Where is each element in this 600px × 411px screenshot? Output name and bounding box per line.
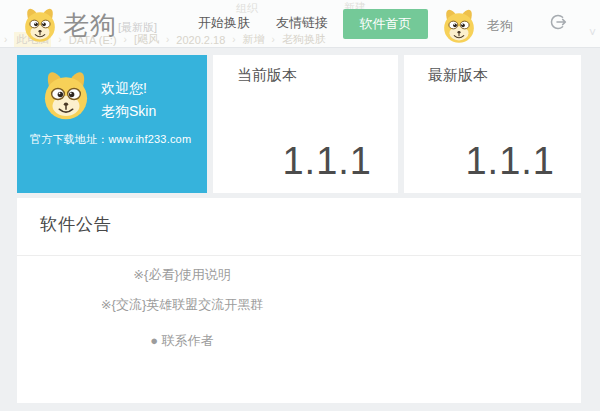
announcement-item-lol-group[interactable]: ※{交流}英雄联盟交流开黑群	[17, 290, 347, 320]
current-version-label: 当前版本	[237, 66, 297, 85]
app-logo-dog-icon	[21, 5, 59, 43]
breadcrumb-separator: ›	[232, 34, 235, 45]
breadcrumb-item: 老狗换肤	[282, 32, 326, 47]
chevron-down-icon: ˅	[589, 26, 596, 40]
official-download-address: 官方下载地址：www.ihf233.com	[30, 132, 191, 147]
announcement-item-usage-guide[interactable]: ※{必看}使用说明	[17, 260, 347, 290]
welcome-card: 欢迎您! 老狗Skin 官方下载地址：www.ihf233.com	[17, 55, 207, 193]
breadcrumb-separator: ›	[124, 34, 127, 45]
announcement-list: ※{必看}使用说明 ※{交流}英雄联盟交流开黑群 ● 联系作者	[17, 260, 347, 356]
app-window: 组织 新建 › 此电脑 › DATA (E:) › [飓风 › 2020.2.1…	[0, 0, 600, 411]
announcement-item-contact-author[interactable]: ● 联系作者	[17, 326, 347, 356]
top-bar: 组织 新建 › 此电脑 › DATA (E:) › [飓风 › 2020.2.1…	[0, 0, 600, 48]
version-tag: [最新版]	[118, 20, 157, 35]
latest-version-card: 最新版本 1.1.1	[404, 55, 581, 193]
user-name: 老狗	[487, 17, 513, 35]
breadcrumb-separator: ›	[272, 34, 275, 45]
user-avatar-dog-icon[interactable]	[440, 6, 478, 44]
logout-button[interactable]	[548, 12, 568, 32]
breadcrumb-separator: ›	[166, 34, 169, 45]
breadcrumb-item: 2020.2.18	[176, 34, 225, 46]
announcement-card: 软件公告 ※{必看}使用说明 ※{交流}英雄联盟交流开黑群 ● 联系作者	[17, 198, 581, 403]
announcement-title: 软件公告	[40, 213, 112, 236]
breadcrumb-item: 新增	[243, 32, 265, 47]
logout-icon	[548, 12, 568, 32]
divider	[17, 255, 581, 256]
welcome-greeting: 欢迎您!	[101, 80, 147, 98]
current-version-card: 当前版本 1.1.1	[213, 55, 398, 193]
latest-version-label: 最新版本	[428, 66, 488, 85]
tab-software-home[interactable]: 软件首页	[343, 9, 428, 39]
latest-version-value: 1.1.1	[465, 140, 555, 183]
welcome-username: 老狗Skin	[101, 103, 156, 121]
tab-friend-links[interactable]: 友情链接	[276, 14, 328, 32]
breadcrumb-separator: ›	[4, 34, 7, 45]
tab-start-skin[interactable]: 开始换肤	[198, 14, 250, 32]
welcome-avatar-dog-icon	[39, 67, 93, 121]
current-version-value: 1.1.1	[282, 140, 372, 183]
app-title: 老狗	[63, 8, 117, 43]
